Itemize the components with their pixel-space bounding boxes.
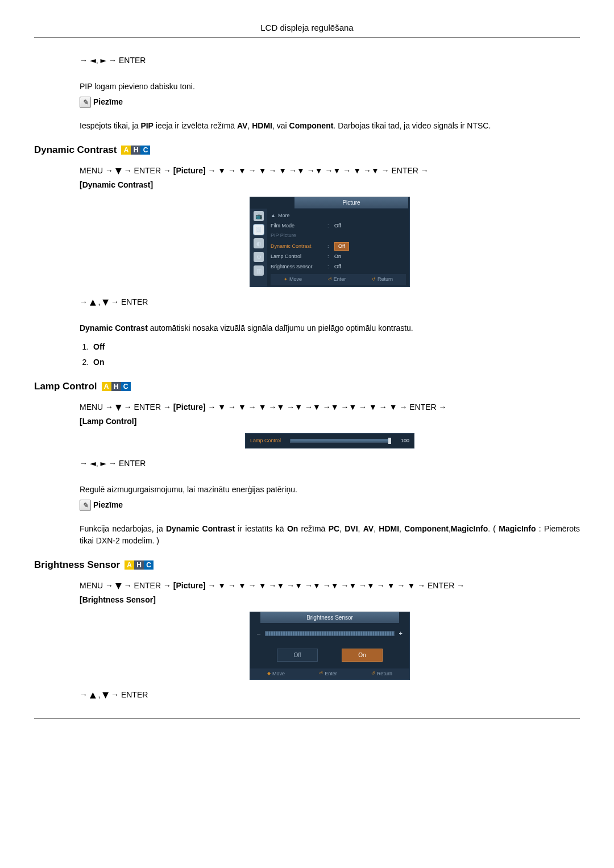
t: Enter [325, 670, 337, 678]
t: automātiski nosaka vizuālā signāla dalīj… [148, 323, 413, 333]
t: → ▼ → ▼ → ▼ →▼ →▼ →▼ →▼ →▼ → ▼ → ▼ → ENT… [206, 402, 447, 412]
osd-lamp-value: 100 [395, 437, 409, 445]
enter-icon: ⏎ [328, 276, 332, 283]
t: → ▼ → ▼ → ▼ → ▼ →▼ →▼ →▼ → ▼ →▼ → ENTER … [206, 166, 429, 175]
move-icon: ◆ [267, 670, 271, 677]
bs-nav2: → ▲ , ▼ → ENTER [80, 689, 580, 701]
osd-brightness-panel: Brightness Sensor – + Off On ◆Move ⏎Ente… [250, 612, 410, 680]
osd-bs-bar: – + [250, 623, 409, 644]
enter-text: → ENTER [106, 56, 146, 65]
t: Film Mode [271, 222, 327, 230]
t: → [80, 297, 90, 306]
osd-tab-sound-icon[interactable]: ◐ [254, 238, 264, 248]
down-arrow-icon: ▼ [115, 581, 122, 590]
lc-note-text: Funkcija nedarbojas, ja Dynamic Contrast… [80, 523, 580, 547]
osd-bs-on[interactable]: On [342, 649, 383, 662]
heading-text: Brightness Sensor [34, 559, 120, 571]
badge-a-icon: A [102, 382, 111, 391]
down-arrow-icon: ▼ [102, 690, 109, 699]
intro-block: → ◄, ► → ENTER PIP logam pievieno dabisk… [80, 55, 580, 132]
lc-menu-path: MENU → ▼ → ENTER → [Picture] → ▼ → ▼ → ▼… [80, 401, 580, 413]
t: Off [334, 242, 349, 251]
badge-row: A H C [102, 382, 131, 391]
t: More [278, 212, 290, 220]
osd-lamp-label: Lamp Control [250, 437, 285, 445]
lc-osd-wrap: Lamp Control 100 [80, 433, 580, 449]
dc-opt-on: On [91, 356, 580, 368]
osd-tab-picture-icon[interactable]: 🖼 [254, 225, 264, 235]
t: → ENTER [106, 459, 146, 468]
t: , [358, 524, 363, 533]
dc-osd-wrap: Picture 📺 🖼 ◐ ⚙ ▥ ▲More Film Mode:Off [80, 197, 580, 287]
t: → ENTER → [122, 402, 173, 412]
bs-block: MENU → ▼ → ENTER → [Picture] → ▼ → ▼ → ▼… [80, 580, 580, 701]
osd-row-lamp-control[interactable]: Lamp Control:On [271, 252, 406, 262]
t: , [96, 297, 103, 306]
osd-bs-slider[interactable] [265, 631, 394, 636]
osd-row-more[interactable]: ▲More [271, 211, 406, 221]
t: AV [363, 524, 374, 533]
t: MENU → [80, 166, 115, 175]
bottom-rule [34, 718, 580, 719]
t: ir iestatīts kā [235, 524, 287, 533]
arrow-text: → [80, 56, 90, 65]
osd-lamp-slider[interactable] [290, 439, 390, 443]
badge-row: A H C [125, 560, 154, 570]
t: AV [237, 121, 247, 130]
osd-row-dynamic-contrast[interactable]: Dynamic Contrast:Off [271, 241, 406, 252]
badge-c-icon: C [144, 560, 154, 570]
t: Funkcija nedarbojas, ja [80, 524, 166, 533]
osd-tab-multi-icon[interactable]: ▥ [254, 265, 264, 276]
osd-row-pip-picture: PIP Picture [271, 231, 406, 241]
osd-row-brightness-sensor[interactable]: Brightness Sensor:Off [271, 262, 406, 272]
note-label: Piezīme [93, 96, 123, 108]
plus-icon[interactable]: + [399, 629, 403, 638]
t: ieeja ir izvēlēta režīmā [154, 121, 237, 130]
minus-icon[interactable]: – [257, 629, 260, 638]
osd-footer: ✦Move ⏎Enter ↺Return [271, 274, 406, 285]
dc-block: MENU → ▼ → ENTER → [Picture] → ▼ → ▼ → ▼… [80, 165, 580, 368]
osd-bs-options: Off On [250, 644, 409, 668]
bs-osd-wrap: Brightness Sensor – + Off On ◆Move ⏎Ente… [80, 612, 580, 680]
osd-bs-off[interactable]: Off [277, 649, 318, 662]
left-arrow-icon: ◄ [90, 56, 96, 65]
t: → ENTER → [122, 581, 173, 590]
return-icon: ↺ [371, 670, 375, 677]
down-arrow-icon: ▼ [115, 402, 122, 412]
t: , [399, 524, 404, 533]
t: Brightness Sensor [271, 263, 327, 271]
note-label: Piezīme [93, 499, 123, 511]
osd-tab-input-icon[interactable]: 📺 [254, 211, 264, 221]
right-arrow-icon: ► [100, 56, 106, 65]
up-triangle-icon: ▲ [271, 212, 276, 220]
t: Return [377, 670, 392, 678]
heading-text: Dynamic Contrast [34, 144, 117, 156]
t: MagicInfo [451, 524, 488, 533]
t: Dynamic Contrast [271, 243, 327, 251]
osd-tab-setup-icon[interactable]: ⚙ [254, 252, 264, 262]
note-row: ✎ Piezīme [80, 499, 580, 511]
t: [Picture] [173, 166, 206, 175]
osd-sidebar: 📺 🖼 ◐ ⚙ ▥ [250, 209, 267, 286]
up-arrow-icon: ▲ [90, 690, 96, 699]
osd-row-film-mode[interactable]: Film Mode:Off [271, 221, 406, 231]
t: → [80, 690, 90, 699]
slider-thumb-icon[interactable] [388, 438, 391, 444]
osd-bs-title: Brightness Sensor [260, 612, 399, 623]
lc-block: MENU → ▼ → ENTER → [Picture] → ▼ → ▼ → ▼… [80, 401, 580, 547]
t: , vai [272, 121, 289, 130]
up-arrow-icon: ▲ [90, 297, 96, 306]
lc-path-end: [Lamp Control] [80, 416, 580, 427]
badge-h-icon: H [134, 560, 144, 570]
note-icon: ✎ [80, 97, 91, 108]
t: → [80, 459, 90, 468]
t: → ENTER [109, 297, 148, 306]
dc-menu-path: MENU → ▼ → ENTER → [Picture] → ▼ → ▼ → ▼… [80, 165, 580, 177]
badge-h-icon: H [111, 382, 121, 391]
t: MENU → [80, 581, 115, 590]
osd-main: ▲More Film Mode:Off PIP Picture Dynamic … [267, 209, 409, 286]
badge-c-icon: C [121, 382, 131, 391]
badge-h-icon: H [131, 146, 140, 155]
t: , [374, 524, 379, 533]
t: PIP Picture [271, 232, 327, 240]
